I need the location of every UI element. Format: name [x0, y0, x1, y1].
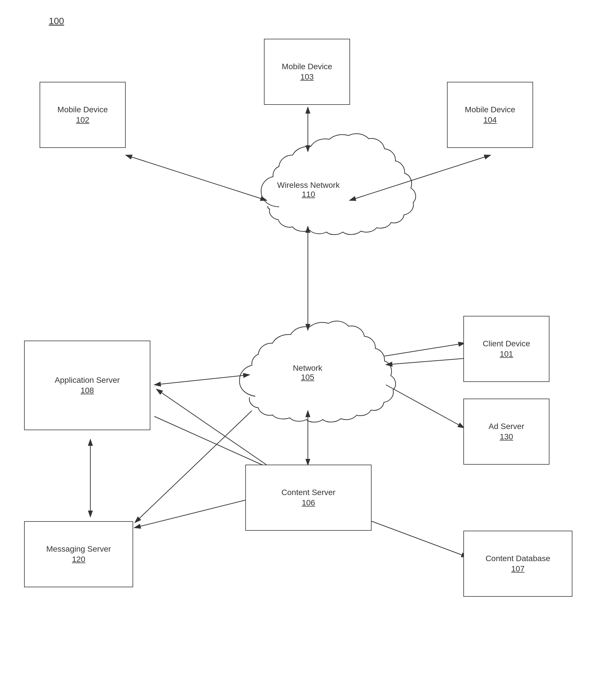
application-server-108: Application Server 108: [24, 341, 150, 430]
mobile-device-103: Mobile Device 103: [264, 39, 350, 105]
svg-line-6: [154, 375, 250, 385]
svg-line-10: [386, 385, 464, 428]
mobile-device-104: Mobile Device 104: [447, 82, 533, 148]
content-database-107: Content Database 107: [463, 531, 572, 597]
client-device-101: Client Device 101: [463, 316, 549, 382]
messaging-server-120: Messaging Server 120: [24, 521, 133, 587]
network-105: Network 105: [239, 330, 376, 416]
svg-line-8: [386, 359, 465, 365]
mobile-device-102: Mobile Device 102: [40, 82, 126, 148]
svg-line-2: [126, 155, 267, 200]
diagram: 100: [0, 0, 616, 678]
svg-line-12: [135, 411, 252, 523]
content-server-106: Content Server 106: [245, 465, 372, 531]
ad-server-130: Ad Server 130: [463, 399, 549, 465]
svg-line-13: [154, 416, 273, 469]
diagram-title: 100: [49, 16, 64, 27]
svg-line-7: [384, 343, 465, 356]
svg-line-4: [350, 155, 491, 200]
wireless-network-110: Wireless Network 110: [250, 149, 367, 231]
